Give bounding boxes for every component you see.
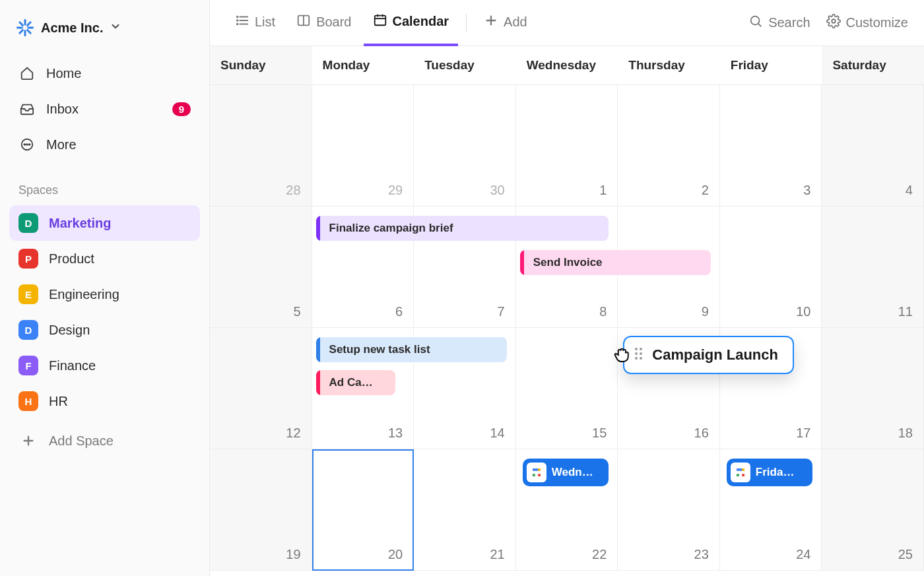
calendar-cell[interactable]: 20 xyxy=(312,449,414,571)
svg-line-5 xyxy=(28,30,31,34)
space-item-hr[interactable]: HHR xyxy=(9,383,200,419)
svg-line-6 xyxy=(20,30,23,34)
calendar-date-number: 30 xyxy=(490,183,504,198)
calendar-cell[interactable]: 10 xyxy=(720,207,822,328)
calendar-cell[interactable]: 30 xyxy=(414,85,516,207)
inbox-icon xyxy=(18,100,36,117)
space-item-engineering[interactable]: EEngineering xyxy=(9,276,200,312)
chevron-down-icon xyxy=(110,20,121,35)
calendar-cell[interactable]: 4 xyxy=(822,85,924,207)
calendar-body: 2829301234567891011121314151617181920212… xyxy=(210,85,924,571)
calendar-day-header: Friday xyxy=(720,46,822,84)
board-icon xyxy=(296,13,311,31)
calendar-cell[interactable]: 2 xyxy=(618,85,720,207)
nav-item-inbox[interactable]: Inbox 9 xyxy=(9,91,200,127)
space-item-marketing[interactable]: DMarketing xyxy=(9,205,200,241)
calendar-day-header: Wednesday xyxy=(516,46,618,84)
space-item-design[interactable]: DDesign xyxy=(9,312,200,348)
view-tab-add[interactable]: Add xyxy=(475,0,537,46)
view-tab-label: List xyxy=(255,15,275,30)
drag-handle-icon xyxy=(635,348,645,362)
calendar-cell[interactable]: 1 xyxy=(516,85,618,207)
space-label: Design xyxy=(49,323,90,338)
view-tab-list[interactable]: List xyxy=(226,0,284,46)
calendar-cell[interactable]: 11 xyxy=(822,207,924,328)
svg-point-10 xyxy=(26,144,28,145)
event-stripe xyxy=(316,337,320,362)
calendar-cell[interactable]: 29 xyxy=(312,85,414,207)
calendar-date-number: 21 xyxy=(490,547,504,562)
calendar-cell[interactable]: 18 xyxy=(822,328,924,449)
event-title: Ad Ca… xyxy=(321,376,373,389)
view-tab-label: Calendar xyxy=(393,14,449,29)
calendar-date-number: 10 xyxy=(796,304,810,319)
calendar-date-number: 25 xyxy=(898,547,913,562)
calendar-date-number: 18 xyxy=(898,426,913,441)
space-avatar: P xyxy=(18,249,38,269)
calendar-header: SundayMondayTuesdayWednesdayThursdayFrid… xyxy=(210,46,924,85)
workspace-switcher[interactable]: Acme Inc. xyxy=(0,5,209,53)
inbox-badge: 9 xyxy=(172,102,191,116)
search-button[interactable]: Search xyxy=(748,14,810,32)
calendar-cell[interactable]: 28 xyxy=(210,85,312,207)
gcal-label: Wedn… xyxy=(552,466,593,479)
space-avatar: H xyxy=(18,391,38,411)
search-icon xyxy=(748,14,763,32)
calendar-cell[interactable]: 19 xyxy=(210,449,312,571)
event-ad-campaign[interactable]: Ad Ca… xyxy=(316,370,396,395)
plus-icon xyxy=(484,13,498,31)
svg-point-28 xyxy=(751,16,760,25)
calendar-cell[interactable]: 3 xyxy=(720,85,822,207)
customize-button[interactable]: Customize xyxy=(826,14,908,32)
calendar-date-number: 9 xyxy=(702,304,709,319)
svg-point-30 xyxy=(832,19,836,23)
calendar-date-number: 24 xyxy=(796,547,810,562)
more-icon xyxy=(18,136,36,153)
svg-point-19 xyxy=(237,23,238,24)
space-label: Marketing xyxy=(49,216,111,231)
event-setup-task-list[interactable]: Setup new task list xyxy=(316,337,507,362)
calendar-date-number: 14 xyxy=(490,426,504,441)
calendar-cell[interactable]: 5 xyxy=(210,207,312,328)
main: List Board Calendar Add xyxy=(210,0,924,576)
space-label: Finance xyxy=(49,358,96,373)
nav-item-home[interactable]: Home xyxy=(9,55,200,91)
event-stripe xyxy=(316,216,320,241)
nav-list: Home Inbox 9 More xyxy=(0,53,209,178)
calendar-date-number: 1 xyxy=(599,183,607,198)
space-avatar: D xyxy=(18,320,38,340)
nav-item-more[interactable]: More xyxy=(9,127,200,162)
calendar-cell[interactable]: 21 xyxy=(414,449,516,571)
calendar-date-number: 17 xyxy=(796,426,810,441)
event-title: Campaign Launch xyxy=(652,346,778,364)
svg-rect-39 xyxy=(742,474,744,476)
add-space-button[interactable]: Add Space xyxy=(9,423,200,459)
space-avatar: E xyxy=(18,284,38,304)
calendar-cell[interactable]: 15 xyxy=(516,328,618,449)
add-space-label: Add Space xyxy=(49,433,114,449)
gcal-chip-friday[interactable]: Frida… xyxy=(727,459,813,486)
calendar-cell[interactable]: 25 xyxy=(822,449,924,571)
view-tab-board[interactable]: Board xyxy=(287,0,360,46)
calendar-date-number: 12 xyxy=(286,426,300,441)
calendar-cell[interactable]: 12 xyxy=(210,328,312,449)
space-item-finance[interactable]: FFinance xyxy=(9,348,200,383)
calendar-date-number: 16 xyxy=(694,426,709,441)
home-icon xyxy=(18,65,36,82)
calendar-date-number: 4 xyxy=(906,183,913,198)
gcal-icon xyxy=(527,463,546,482)
event-finalize-campaign-brief[interactable]: Finalize campaign brief xyxy=(316,216,609,241)
list-icon xyxy=(235,13,249,31)
separator xyxy=(466,14,467,32)
gcal-chip-wednesday[interactable]: Wedn… xyxy=(523,459,609,486)
view-tab-label: Add xyxy=(504,15,527,30)
event-send-invoice[interactable]: Send Invoice xyxy=(520,250,711,275)
sidebar: Acme Inc. Home Inbox 9 xyxy=(0,0,210,576)
space-label: Product xyxy=(49,251,94,267)
nav-label: Inbox xyxy=(46,102,79,117)
calendar: SundayMondayTuesdayWednesdayThursdayFrid… xyxy=(210,46,924,576)
space-item-product[interactable]: PProduct xyxy=(9,241,200,276)
event-campaign-launch-dragging[interactable]: Campaign Launch xyxy=(623,336,794,374)
calendar-cell[interactable]: 23 xyxy=(618,449,720,571)
view-tab-calendar[interactable]: Calendar xyxy=(364,0,459,46)
